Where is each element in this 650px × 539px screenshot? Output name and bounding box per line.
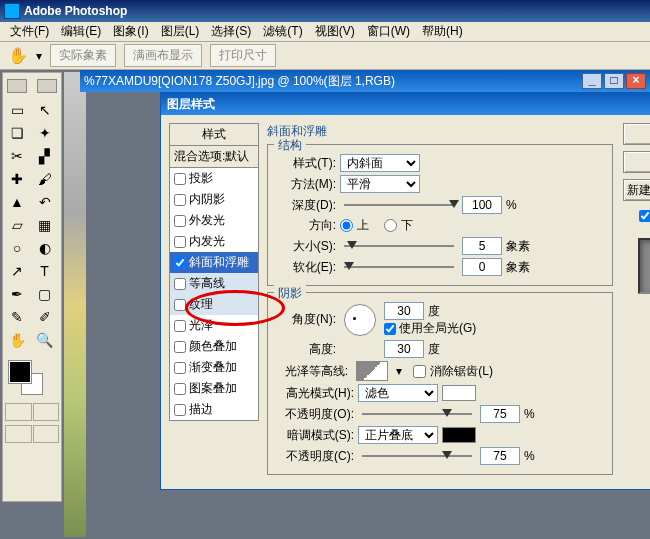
color-swatch[interactable] bbox=[5, 359, 59, 399]
slice-tool-icon[interactable]: ▞ bbox=[33, 145, 57, 167]
styles-header[interactable]: 样式 bbox=[170, 124, 258, 146]
size-slider[interactable] bbox=[344, 243, 454, 249]
style-select[interactable]: 内斜面 bbox=[340, 154, 420, 172]
style-checkbox[interactable] bbox=[174, 383, 186, 395]
minimize-button[interactable]: _ bbox=[582, 73, 602, 89]
menu-file[interactable]: 文件(F) bbox=[4, 21, 55, 42]
altitude-input[interactable] bbox=[384, 340, 424, 358]
dialog-titlebar[interactable]: 图层样式 × bbox=[161, 93, 650, 115]
cancel-button[interactable]: 取消 bbox=[623, 151, 650, 173]
highlight-opacity-slider[interactable] bbox=[362, 411, 472, 417]
pen-tool-icon[interactable]: ✒ bbox=[5, 283, 29, 305]
print-size-button[interactable]: 打印尺寸 bbox=[210, 44, 276, 67]
foreground-color[interactable] bbox=[9, 361, 31, 383]
angle-control[interactable] bbox=[344, 304, 376, 336]
type-tool-icon[interactable]: T bbox=[33, 260, 57, 282]
shape-tool-icon[interactable]: ▢ bbox=[33, 283, 57, 305]
style-checkbox[interactable] bbox=[174, 257, 186, 269]
screen-mode-icon[interactable] bbox=[33, 425, 60, 443]
fit-screen-button[interactable]: 满画布显示 bbox=[124, 44, 202, 67]
menu-image[interactable]: 图象(I) bbox=[107, 21, 154, 42]
menu-select[interactable]: 选择(S) bbox=[205, 21, 257, 42]
stamp-tool-icon[interactable]: ▲ bbox=[5, 191, 29, 213]
style-checkbox[interactable] bbox=[174, 299, 186, 311]
style-item-纹理[interactable]: 纹理 bbox=[170, 294, 258, 315]
document-titlebar[interactable]: %77XAMDU9[QION178 Z50GJ].jpg @ 100%(图层 1… bbox=[80, 70, 650, 92]
marquee-tool-icon[interactable]: ▭ bbox=[5, 99, 29, 121]
menu-help[interactable]: 帮助(H) bbox=[416, 21, 469, 42]
menu-filter[interactable]: 滤镜(T) bbox=[257, 21, 308, 42]
menu-layer[interactable]: 图层(L) bbox=[155, 21, 206, 42]
style-item-外发光[interactable]: 外发光 bbox=[170, 210, 258, 231]
hand-tool-icon[interactable]: ✋ bbox=[8, 46, 28, 65]
style-checkbox[interactable] bbox=[174, 278, 186, 290]
eraser-tool-icon[interactable]: ▱ bbox=[5, 214, 29, 236]
style-checkbox[interactable] bbox=[174, 341, 186, 353]
style-checkbox[interactable] bbox=[174, 320, 186, 332]
style-checkbox[interactable] bbox=[174, 236, 186, 248]
notes-tool-icon[interactable]: ✎ bbox=[5, 306, 29, 328]
style-checkbox[interactable] bbox=[174, 194, 186, 206]
menu-window[interactable]: 窗口(W) bbox=[361, 21, 416, 42]
style-item-光泽[interactable]: 光泽 bbox=[170, 315, 258, 336]
menu-edit[interactable]: 编辑(E) bbox=[55, 21, 107, 42]
highlight-color-swatch[interactable] bbox=[442, 385, 476, 401]
maximize-button[interactable]: □ bbox=[604, 73, 624, 89]
antialias-checkbox[interactable] bbox=[413, 365, 426, 378]
ok-button[interactable]: 确定 bbox=[623, 123, 650, 145]
path-tool-icon[interactable]: ↗ bbox=[5, 260, 29, 282]
direction-down-radio[interactable] bbox=[384, 219, 397, 232]
shadow-color-swatch[interactable] bbox=[442, 427, 476, 443]
toolbox-tab[interactable] bbox=[37, 79, 57, 93]
style-item-内阴影[interactable]: 内阴影 bbox=[170, 189, 258, 210]
gradient-tool-icon[interactable]: ▦ bbox=[33, 214, 57, 236]
highlight-mode-select[interactable]: 滤色 bbox=[358, 384, 438, 402]
mode-mask-icon[interactable] bbox=[33, 403, 60, 421]
style-item-描边[interactable]: 描边 bbox=[170, 399, 258, 420]
crop-tool-icon[interactable]: ✂ bbox=[5, 145, 29, 167]
style-checkbox[interactable] bbox=[174, 215, 186, 227]
gloss-contour-picker[interactable] bbox=[356, 361, 388, 381]
method-select[interactable]: 平滑 bbox=[340, 175, 420, 193]
shadow-mode-select[interactable]: 正片叠底 bbox=[358, 426, 438, 444]
style-item-内发光[interactable]: 内发光 bbox=[170, 231, 258, 252]
size-input[interactable] bbox=[462, 237, 502, 255]
depth-input[interactable] bbox=[462, 196, 502, 214]
style-item-投影[interactable]: 投影 bbox=[170, 168, 258, 189]
dropdown-arrow-icon[interactable]: ▾ bbox=[396, 364, 402, 378]
style-checkbox[interactable] bbox=[174, 173, 186, 185]
blur-tool-icon[interactable]: ○ bbox=[5, 237, 29, 259]
shadow-opacity-slider[interactable] bbox=[362, 453, 472, 459]
direction-up-radio[interactable] bbox=[340, 219, 353, 232]
new-style-button[interactable]: 新建样式(W)... bbox=[623, 179, 650, 201]
mode-std-icon[interactable] bbox=[5, 403, 32, 421]
style-item-斜面和浮雕[interactable]: 斜面和浮雕 bbox=[170, 252, 258, 273]
global-light-checkbox[interactable] bbox=[384, 323, 396, 335]
eyedropper-tool-icon[interactable]: ✐ bbox=[33, 306, 57, 328]
lasso-tool-icon[interactable]: ❏ bbox=[5, 122, 29, 144]
shadow-opacity-input[interactable] bbox=[480, 447, 520, 465]
hand-tool-icon[interactable]: ✋ bbox=[5, 329, 29, 351]
dodge-tool-icon[interactable]: ◐ bbox=[33, 237, 57, 259]
preview-checkbox[interactable] bbox=[639, 210, 651, 222]
style-item-图案叠加[interactable]: 图案叠加 bbox=[170, 378, 258, 399]
heal-tool-icon[interactable]: ✚ bbox=[5, 168, 29, 190]
style-item-等高线[interactable]: 等高线 bbox=[170, 273, 258, 294]
blend-options-header[interactable]: 混合选项:默认 bbox=[170, 146, 258, 168]
screen-mode-icon[interactable] bbox=[5, 425, 32, 443]
brush-tool-icon[interactable]: 🖌 bbox=[33, 168, 57, 190]
dropdown-arrow-icon[interactable]: ▾ bbox=[36, 49, 42, 63]
menu-view[interactable]: 视图(V) bbox=[309, 21, 361, 42]
style-checkbox[interactable] bbox=[174, 362, 186, 374]
move-tool-icon[interactable]: ↖ bbox=[33, 99, 57, 121]
depth-slider[interactable] bbox=[344, 202, 454, 208]
style-item-渐变叠加[interactable]: 渐变叠加 bbox=[170, 357, 258, 378]
style-item-颜色叠加[interactable]: 颜色叠加 bbox=[170, 336, 258, 357]
soften-slider[interactable] bbox=[344, 264, 454, 270]
close-button[interactable]: × bbox=[626, 73, 646, 89]
highlight-opacity-input[interactable] bbox=[480, 405, 520, 423]
toolbox-tab[interactable] bbox=[7, 79, 27, 93]
actual-pixels-button[interactable]: 实际象素 bbox=[50, 44, 116, 67]
zoom-tool-icon[interactable]: 🔍 bbox=[33, 329, 57, 351]
soften-input[interactable] bbox=[462, 258, 502, 276]
